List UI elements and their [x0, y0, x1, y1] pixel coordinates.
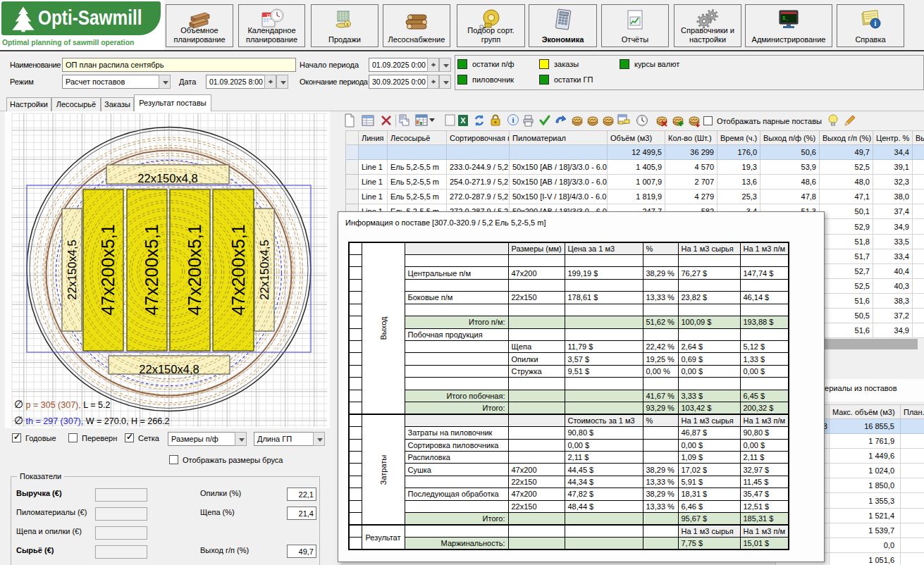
svg-text:i: i — [512, 116, 514, 124]
svg-text:47x200x5,1: 47x200x5,1 — [185, 224, 204, 315]
svg-text:47x200x5,1: 47x200x5,1 — [228, 224, 248, 315]
svg-text:47x200x5,1: 47x200x5,1 — [142, 224, 161, 315]
svg-text:X: X — [460, 116, 466, 125]
svg-text:22x150x4,8: 22x150x4,8 — [137, 172, 197, 185]
svg-text:47x200x5,1: 47x200x5,1 — [98, 224, 118, 315]
svg-text:22x150x4,5: 22x150x4,5 — [66, 240, 78, 299]
svg-text:$_: $_ — [782, 15, 789, 21]
svg-text:12: 12 — [266, 13, 271, 18]
svg-text:22x150x4,5: 22x150x4,5 — [258, 240, 271, 299]
svg-text:i: i — [875, 20, 877, 27]
svg-text:22x150x4,8: 22x150x4,8 — [139, 363, 199, 375]
